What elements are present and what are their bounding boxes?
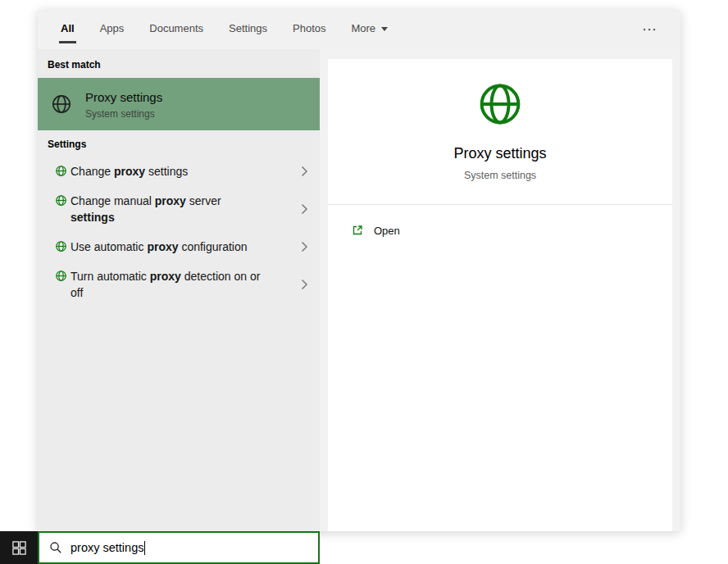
best-match-subtitle: System settings bbox=[85, 108, 162, 120]
best-match-result[interactable]: Proxy settings System settings bbox=[38, 78, 320, 130]
globe-icon bbox=[55, 194, 67, 207]
settings-item-proxy-detection[interactable]: Turn automatic proxy detection on or off bbox=[38, 262, 320, 307]
globe-icon bbox=[51, 93, 72, 115]
chevron-right-icon[interactable] bbox=[301, 203, 308, 215]
settings-section-header: Settings bbox=[38, 130, 320, 157]
settings-item-automatic-proxy-config[interactable]: Use automatic proxy configuration bbox=[38, 232, 320, 262]
results-panel: Best match Proxy settings System setting… bbox=[38, 49, 320, 531]
chevron-right-icon[interactable] bbox=[301, 166, 308, 177]
open-icon bbox=[351, 224, 364, 237]
tab-settings-label: Settings bbox=[229, 22, 267, 34]
globe-icon bbox=[55, 270, 67, 282]
tab-bar: All Apps Documents Settings Photos More … bbox=[38, 10, 680, 49]
taskbar-search-input[interactable]: proxy settings bbox=[38, 531, 320, 564]
settings-item-change-proxy-settings[interactable]: Change proxy settings bbox=[38, 157, 320, 186]
tab-more[interactable]: More bbox=[349, 16, 389, 43]
best-match-title: Proxy settings bbox=[85, 89, 162, 105]
tab-apps[interactable]: Apps bbox=[98, 16, 126, 43]
preview-title: Proxy settings bbox=[453, 145, 546, 162]
settings-item-label: Use automatic proxy configuration bbox=[71, 239, 248, 255]
magnifier-icon bbox=[49, 541, 62, 554]
tab-photos[interactable]: Photos bbox=[291, 16, 327, 43]
start-button[interactable] bbox=[0, 531, 38, 564]
preview-actions: Open bbox=[328, 205, 672, 243]
tab-more-label: More bbox=[351, 22, 375, 34]
tab-documents-label: Documents bbox=[149, 22, 203, 34]
chevron-right-icon[interactable] bbox=[301, 279, 308, 290]
settings-item-label: Change proxy settings bbox=[71, 163, 188, 180]
tab-settings[interactable]: Settings bbox=[227, 16, 269, 43]
tab-all-label: All bbox=[61, 22, 75, 34]
open-action-label: Open bbox=[374, 225, 400, 237]
globe-icon bbox=[55, 165, 67, 177]
tab-all[interactable]: All bbox=[59, 16, 76, 43]
settings-item-label: Turn automatic proxy detection on or off bbox=[71, 268, 262, 301]
open-action[interactable]: Open bbox=[328, 218, 672, 243]
tab-apps-label: Apps bbox=[100, 22, 125, 34]
tab-documents[interactable]: Documents bbox=[148, 16, 205, 43]
ellipsis-icon[interactable]: ⋯ bbox=[642, 22, 680, 37]
best-match-header: Best match bbox=[38, 49, 320, 78]
preview-subtitle: System settings bbox=[464, 170, 536, 181]
chevron-right-icon[interactable] bbox=[301, 241, 308, 252]
preview-header: Proxy settings System settings bbox=[328, 59, 672, 205]
chevron-down-icon bbox=[381, 27, 388, 31]
settings-item-label: Change manual proxy server settings bbox=[71, 193, 262, 225]
preview-card: Proxy settings System settings Open bbox=[328, 59, 672, 531]
globe-icon bbox=[477, 81, 523, 127]
preview-panel: Proxy settings System settings Open bbox=[320, 49, 680, 531]
settings-item-change-manual-proxy[interactable]: Change manual proxy server settings bbox=[38, 186, 320, 232]
globe-icon bbox=[55, 240, 67, 252]
windows-logo-icon bbox=[11, 540, 27, 556]
search-flyout: All Apps Documents Settings Photos More … bbox=[38, 10, 680, 531]
tab-photos-label: Photos bbox=[293, 22, 325, 34]
best-match-text: Proxy settings System settings bbox=[85, 89, 162, 120]
search-input-value: proxy settings bbox=[71, 541, 143, 554]
text-caret bbox=[144, 541, 145, 555]
